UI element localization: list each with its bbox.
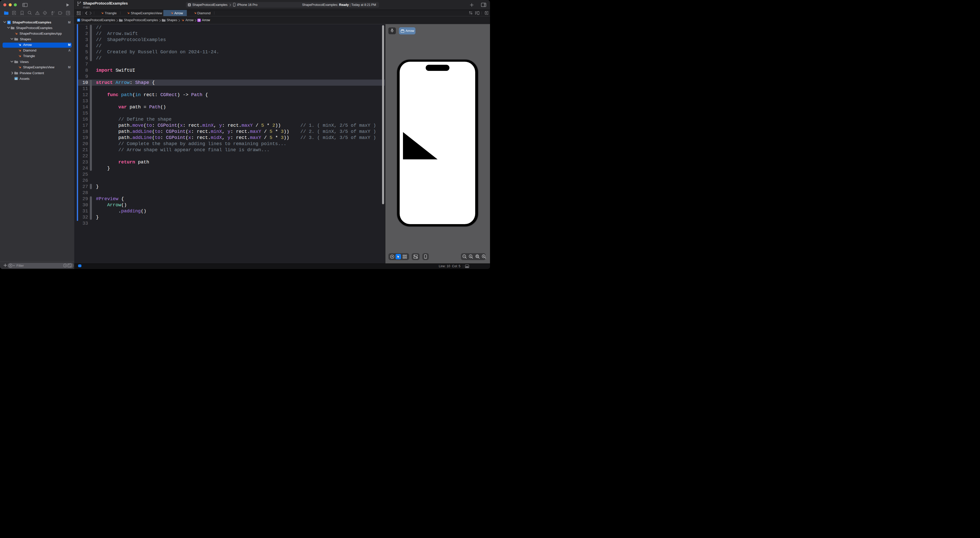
svg-text:1: 1: [470, 255, 471, 257]
